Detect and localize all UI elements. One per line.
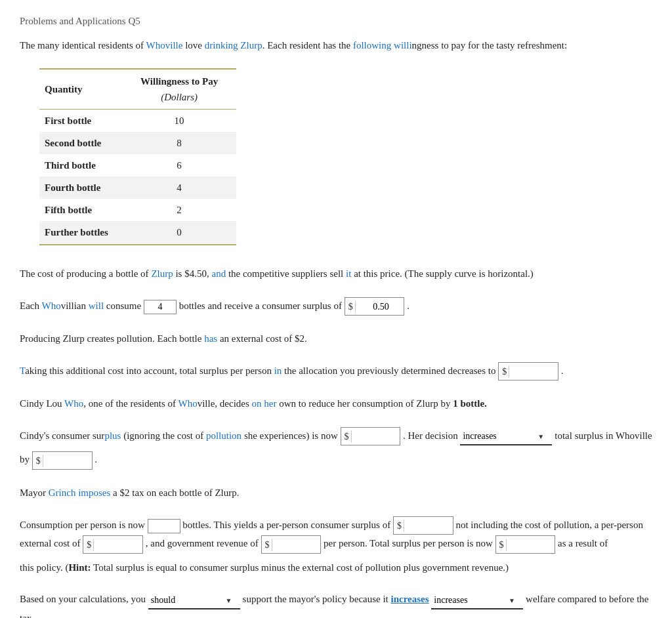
- tax-external-input[interactable]: [96, 539, 142, 552]
- cindy-surplus-text-4: . Her decision: [403, 430, 460, 441]
- tax-hint-text: Total surplus is equal to consumer surpl…: [91, 562, 509, 573]
- taking-T: T: [20, 365, 25, 376]
- table-row: Fifth bottle2: [39, 199, 236, 221]
- tax-text-5: per person. Total surplus per person is …: [324, 538, 495, 548]
- tax-text-6: as a result of: [558, 538, 608, 548]
- cindy-surplus-section: Cindy's consumer surplus (ignoring the c…: [20, 427, 652, 470]
- cindy-whoville: Who: [178, 398, 198, 409]
- cindy-surplus-text-2: (ignoring the cost of: [121, 430, 206, 441]
- based-dropdown1-wrap[interactable]: should should not ▼: [148, 591, 240, 609]
- based-dropdown2[interactable]: increases decreases does not change: [431, 594, 516, 606]
- based-text-2: support the mayor's policy because it: [243, 594, 391, 604]
- wtp-table: Quantity Willingness to Pay (Dollars) Fi…: [39, 68, 236, 245]
- dollar-sign-2: $: [499, 365, 509, 378]
- tax-external-field[interactable]: $: [83, 535, 143, 554]
- mayor-text-1: Mayor: [20, 487, 49, 498]
- table-header-quantity: Quantity: [39, 69, 130, 110]
- dollar-sign-7: $: [262, 539, 272, 551]
- tax-total-surplus-input[interactable]: [509, 539, 555, 552]
- table-header-wtp-unit: (Dollars): [135, 89, 223, 105]
- consume-qty-input[interactable]: [144, 300, 177, 314]
- total-surplus-input[interactable]: [512, 365, 558, 379]
- tax-text-7: this policy. (: [20, 562, 68, 573]
- tax-surplus-field[interactable]: $: [393, 516, 453, 535]
- consume-text-2: villian: [61, 300, 89, 311]
- table-row: Fourth bottle4: [39, 176, 236, 199]
- tax-consumption-field[interactable]: [148, 517, 180, 534]
- mayor-section: Mayor Grinch imposes a $2 tax on each bo…: [20, 484, 652, 501]
- table-cell-value: 6: [130, 154, 236, 176]
- tax-total-surplus-field[interactable]: $: [495, 535, 556, 554]
- tax-consumption-input[interactable]: [148, 519, 180, 533]
- consume-text-4: bottles and receive a consumer surplus o…: [179, 300, 345, 311]
- cindy-her: her: [264, 398, 276, 409]
- based-dropdown2-wrap[interactable]: increases decreases does not change ▼: [431, 591, 523, 609]
- cindy-surplus-field[interactable]: $: [341, 427, 401, 446]
- intro-text-4: . Each resident has the: [262, 40, 353, 51]
- cindy-text-2: , one of the residents of: [83, 398, 178, 409]
- cost-text-4: at this price. (The supply curve is hori…: [351, 268, 533, 279]
- table-row: Second bottle8: [39, 132, 236, 154]
- cindy-decision-dropdown-wrap[interactable]: increases decreases does not change ▼: [460, 427, 552, 445]
- taking-text-2: the allocation you previously determined…: [282, 365, 498, 376]
- table-cell-quantity: Third bottle: [39, 154, 130, 176]
- table-cell-quantity: Second bottle: [39, 132, 130, 154]
- consume-text-3: consume: [104, 300, 144, 311]
- tax-gov-input[interactable]: [274, 539, 320, 552]
- cindy-period: .: [94, 454, 97, 464]
- consume-text-1: Each: [20, 300, 41, 311]
- cindy-surplus-text-5: total surplus in Whoville: [555, 430, 652, 441]
- cost-and: and: [211, 268, 226, 279]
- table-cell-value: 2: [130, 199, 236, 221]
- intro-willingness: willi: [394, 40, 412, 51]
- based-dropdown1[interactable]: should should not: [148, 594, 234, 606]
- cindy-by-text: by: [20, 454, 32, 464]
- page-title: Problems and Applications Q5: [20, 13, 652, 29]
- intro-text-1: The many identical residents of: [20, 40, 146, 51]
- pollution-has: has: [204, 333, 217, 344]
- table-header-wtp-label: Willingness to Pay: [135, 73, 223, 89]
- intro-following2: llowing: [361, 40, 391, 51]
- table-cell-value: 4: [130, 176, 236, 199]
- tax-hint-bold: Hint:: [68, 562, 91, 573]
- pollution-text-2: an external cost of $2.: [217, 333, 307, 344]
- cost-section: The cost of producing a bottle of Zlurp …: [20, 265, 652, 282]
- pollution-text: Producing Zlurp creates pollution. Each …: [20, 333, 204, 344]
- dollar-sign-8: $: [496, 539, 507, 551]
- table-cell-value: 8: [130, 132, 236, 154]
- cindy-section: Cindy Lou Who, one of the residents of W…: [20, 395, 652, 412]
- cindy-by-input[interactable]: [46, 455, 92, 468]
- cindy-by-field[interactable]: $: [32, 451, 93, 470]
- mayor-imposes: imposes: [78, 487, 110, 498]
- table-cell-quantity: Fourth bottle: [39, 176, 130, 199]
- consume-qty-field[interactable]: [144, 298, 177, 315]
- consume-section: Each Whovillian will consume bottles and…: [20, 297, 652, 316]
- intro-zlurp: Zlurp: [240, 40, 262, 51]
- total-surplus-field[interactable]: $: [498, 362, 558, 381]
- consume-surplus-input[interactable]: [358, 300, 404, 314]
- consume-will: will: [89, 300, 104, 311]
- intro-whoville: Whoville: [146, 40, 183, 51]
- table-row: First bottle10: [39, 110, 236, 133]
- taking-in: in: [274, 365, 282, 376]
- cindy-decision-dropdown[interactable]: increases decreases does not change: [460, 430, 545, 442]
- cost-zlurp: Zlurp: [151, 268, 173, 279]
- dollar-sign-1: $: [345, 300, 356, 313]
- taking-text-3: .: [561, 365, 564, 376]
- consume-who: Who: [41, 300, 60, 311]
- cindy-surplus-input[interactable]: [354, 430, 400, 443]
- table-row: Third bottle6: [39, 154, 236, 176]
- cost-text-2: is $4.50,: [173, 268, 212, 279]
- based-text-1: Based on your calculations, you: [20, 594, 148, 604]
- based-increases-label: increases: [391, 594, 429, 604]
- tax-section: Consumption per person is now bottles. T…: [20, 516, 652, 577]
- cindy-surplus-text-1: Cindy's consumer sur: [20, 430, 104, 441]
- tax-surplus-input[interactable]: [407, 520, 453, 533]
- consume-surplus-field[interactable]: $: [345, 297, 405, 316]
- consume-text-5: .: [407, 300, 410, 311]
- dollar-sign-3: $: [341, 430, 352, 443]
- cost-text-3: the competitive suppliers sell: [226, 268, 346, 279]
- dollar-sign-4: $: [33, 455, 43, 467]
- tax-text-4: , and government revenue of: [146, 538, 261, 548]
- tax-gov-field[interactable]: $: [261, 535, 322, 554]
